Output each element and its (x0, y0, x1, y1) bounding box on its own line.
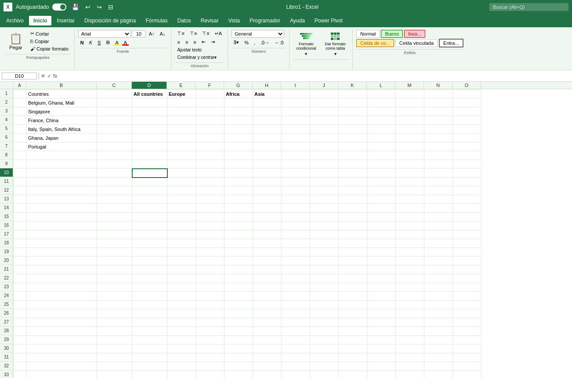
cell-H26[interactable] (253, 309, 282, 318)
cell-B2[interactable]: Belgium, Ghana, Mali (27, 98, 97, 107)
cell-C14[interactable] (97, 204, 132, 213)
cell-I15[interactable] (282, 213, 310, 221)
cell-J4[interactable] (310, 116, 339, 125)
cell-E23[interactable] (167, 283, 196, 292)
cell-D31[interactable] (132, 353, 167, 362)
cell-I14[interactable] (282, 204, 310, 213)
cell-H2[interactable] (253, 98, 282, 107)
cell-I31[interactable] (282, 353, 310, 362)
cell-M30[interactable] (396, 345, 424, 353)
cell-K12[interactable] (339, 186, 367, 195)
cell-N3[interactable] (424, 107, 453, 116)
cell-O17[interactable] (453, 230, 481, 239)
row-number-13[interactable]: 13 (0, 195, 13, 203)
cell-G1[interactable]: Africa (224, 90, 253, 98)
cell-I5[interactable] (282, 125, 310, 134)
cell-H23[interactable] (253, 283, 282, 292)
cell-D33[interactable] (132, 371, 167, 378)
cell-E3[interactable] (167, 107, 196, 116)
cell-B30[interactable] (27, 345, 97, 353)
cell-L4[interactable] (367, 116, 396, 125)
cell-J7[interactable] (310, 142, 339, 151)
cell-C8[interactable] (97, 151, 132, 160)
cell-O32[interactable] (453, 362, 481, 371)
cell-A8[interactable] (14, 151, 27, 160)
row-number-16[interactable]: 16 (0, 221, 13, 230)
cell-I24[interactable] (282, 292, 310, 301)
format-as-table-button[interactable]: Dar formatocomo tabla ▾ (322, 30, 349, 58)
cell-J13[interactable] (310, 195, 339, 204)
cell-O26[interactable] (453, 309, 481, 318)
cell-A12[interactable] (14, 186, 27, 195)
save-icon[interactable]: 💾 (70, 3, 81, 11)
cell-M7[interactable] (396, 142, 424, 151)
col-header-o[interactable]: O (453, 82, 481, 89)
cell-I28[interactable] (282, 327, 310, 336)
cell-J18[interactable] (310, 239, 339, 248)
row-number-1[interactable]: 1 (0, 89, 13, 98)
cell-D11[interactable] (132, 178, 167, 186)
cell-B13[interactable] (27, 195, 97, 204)
cell-M8[interactable] (396, 151, 424, 160)
cell-M11[interactable] (396, 178, 424, 186)
cell-K8[interactable] (339, 151, 367, 160)
cell-G15[interactable] (224, 213, 253, 221)
cell-C23[interactable] (97, 283, 132, 292)
cell-O18[interactable] (453, 239, 481, 248)
cell-M2[interactable] (396, 98, 424, 107)
cell-F12[interactable] (196, 186, 224, 195)
increase-decimal-button[interactable]: .0→ (258, 39, 272, 46)
cell-O21[interactable] (453, 265, 481, 274)
cell-J25[interactable] (310, 301, 339, 309)
cell-D13[interactable] (132, 195, 167, 204)
decrease-decimal-button[interactable]: ←.0 (272, 39, 286, 46)
align-top-right-button[interactable]: ⊤≡ (200, 30, 211, 37)
cell-F4[interactable] (196, 116, 224, 125)
cell-F20[interactable] (196, 257, 224, 265)
cell-E10[interactable] (167, 169, 196, 178)
cell-C10[interactable] (97, 169, 132, 178)
cell-L3[interactable] (367, 107, 396, 116)
cell-H33[interactable] (253, 371, 282, 378)
cell-M31[interactable] (396, 353, 424, 362)
cell-B15[interactable] (27, 213, 97, 221)
cell-M3[interactable] (396, 107, 424, 116)
col-header-g[interactable]: G (224, 82, 253, 89)
cell-M20[interactable] (396, 257, 424, 265)
cell-G3[interactable] (224, 107, 253, 116)
cell-K28[interactable] (339, 327, 367, 336)
cell-I11[interactable] (282, 178, 310, 186)
cell-N17[interactable] (424, 230, 453, 239)
cell-A20[interactable] (14, 257, 27, 265)
cell-D30[interactable] (132, 345, 167, 353)
cell-I26[interactable] (282, 309, 310, 318)
cell-G25[interactable] (224, 301, 253, 309)
cell-J3[interactable] (310, 107, 339, 116)
cell-A29[interactable] (14, 336, 27, 345)
row-number-17[interactable]: 17 (0, 230, 13, 239)
row-number-9[interactable]: 9 (0, 160, 13, 168)
cell-M1[interactable] (396, 90, 424, 98)
col-header-d[interactable]: D (132, 82, 167, 89)
cell-J5[interactable] (310, 125, 339, 134)
cell-J28[interactable] (310, 327, 339, 336)
cell-I32[interactable] (282, 362, 310, 371)
cell-I19[interactable] (282, 248, 310, 257)
cell-I30[interactable] (282, 345, 310, 353)
cell-I29[interactable] (282, 336, 310, 345)
cell-J20[interactable] (310, 257, 339, 265)
cell-F14[interactable] (196, 204, 224, 213)
cell-D2[interactable] (132, 98, 167, 107)
cell-J21[interactable] (310, 265, 339, 274)
cell-L1[interactable] (367, 90, 396, 98)
cell-K1[interactable] (339, 90, 367, 98)
conditional-format-button[interactable]: Formatocondicional ▾ (293, 30, 319, 58)
cell-reference-input[interactable] (2, 73, 37, 80)
row-number-3[interactable]: 3 (0, 107, 13, 116)
menu-datos[interactable]: Datos (173, 16, 195, 25)
row-number-31[interactable]: 31 (0, 353, 13, 362)
cell-M24[interactable] (396, 292, 424, 301)
row-number-19[interactable]: 19 (0, 247, 13, 256)
cell-B33[interactable] (27, 371, 97, 378)
cell-D26[interactable] (132, 309, 167, 318)
